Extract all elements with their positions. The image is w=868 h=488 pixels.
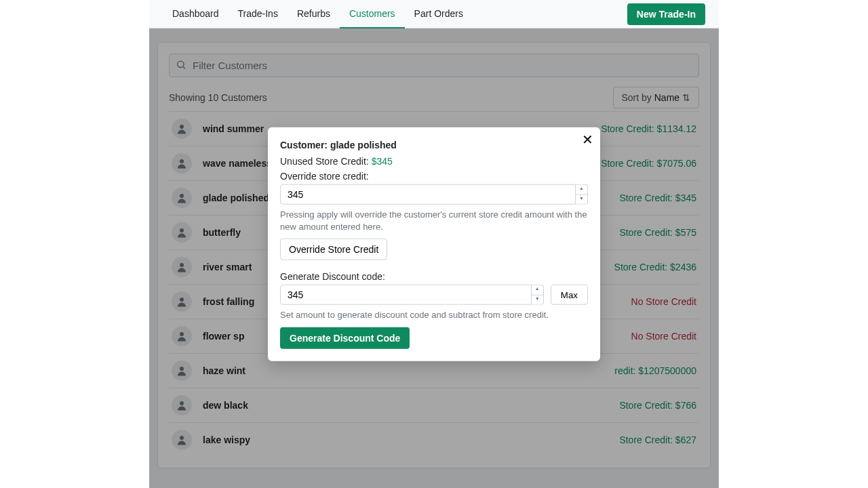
- new-trade-in-button[interactable]: New Trade-In: [627, 3, 705, 25]
- max-button[interactable]: Max: [551, 285, 588, 305]
- generate-help-text: Set amount to generate discount code and…: [280, 309, 588, 321]
- override-help-text: Pressing apply will override the custome…: [280, 209, 588, 233]
- main-nav: DashboardTrade-InsRefurbsCustomersPart O…: [163, 0, 473, 28]
- customer-modal: ✕ Customer: glade polished Unused Store …: [268, 127, 600, 361]
- unused-credit-value: $345: [372, 156, 393, 167]
- generate-amount-input[interactable]: [280, 285, 532, 305]
- override-credit-input[interactable]: [280, 184, 576, 205]
- spinner-up-icon[interactable]: ▲: [532, 285, 543, 296]
- modal-title: Customer: glade polished: [280, 140, 588, 150]
- override-spinner: ▲ ▼: [576, 184, 588, 205]
- nav-item-trade-ins[interactable]: Trade-Ins: [229, 0, 288, 28]
- nav-item-part-orders[interactable]: Part Orders: [405, 0, 473, 28]
- nav-item-customers[interactable]: Customers: [340, 0, 405, 28]
- generate-label: Generate Discount code:: [280, 271, 588, 282]
- close-icon[interactable]: ✕: [582, 133, 593, 146]
- nav-item-dashboard[interactable]: Dashboard: [163, 0, 229, 28]
- nav-item-refurbs[interactable]: Refurbs: [288, 0, 340, 28]
- unused-credit-line: Unused Store Credit: $345: [280, 156, 588, 167]
- override-store-credit-button[interactable]: Override Store Credit: [280, 239, 387, 260]
- spinner-down-icon[interactable]: ▼: [532, 296, 543, 305]
- spinner-down-icon[interactable]: ▼: [576, 195, 587, 204]
- spinner-up-icon[interactable]: ▲: [576, 185, 587, 195]
- generate-spinner: ▲ ▼: [532, 285, 544, 305]
- generate-discount-code-button[interactable]: Generate Discount Code: [280, 327, 410, 348]
- override-label: Override store credit:: [280, 171, 588, 182]
- generate-input-wrap: ▲ ▼: [280, 285, 544, 305]
- unused-credit-label: Unused Store Credit:: [280, 156, 372, 167]
- header-bar: DashboardTrade-InsRefurbsCustomersPart O…: [149, 0, 719, 28]
- override-input-wrap: ▲ ▼: [280, 184, 588, 205]
